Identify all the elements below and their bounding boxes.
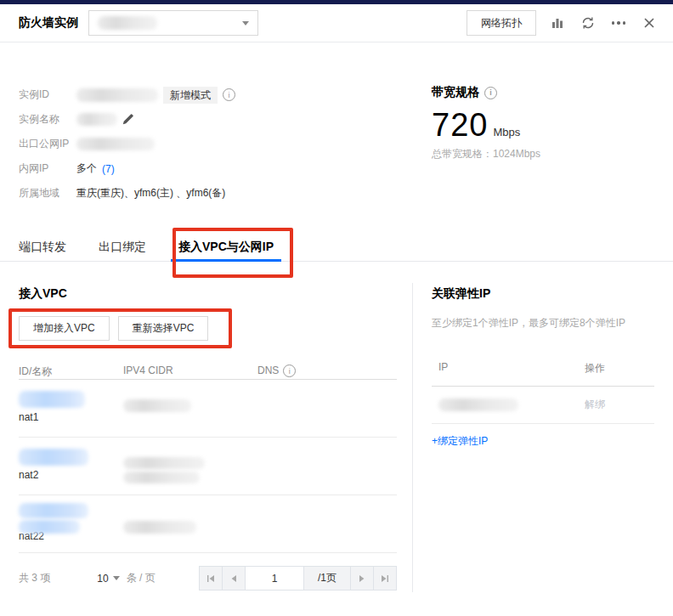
vpc-table-footer: 共 3 项 10 条 / 页 1 /1页 bbox=[19, 566, 397, 591]
tab-label: 端口转发 bbox=[19, 240, 66, 253]
total-count: 共 3 项 bbox=[19, 571, 50, 585]
table-row: nat22 bbox=[19, 495, 397, 553]
bandwidth-total: 总带宽规格：1024Mbps bbox=[432, 147, 540, 161]
private-ip-count-link[interactable]: (7) bbox=[102, 163, 115, 175]
info-icon[interactable]: i bbox=[223, 88, 235, 101]
page-size-value: 10 bbox=[97, 573, 108, 585]
bar-chart-icon[interactable] bbox=[548, 14, 567, 32]
blurred-vpc-id-link[interactable] bbox=[19, 520, 80, 534]
detail-label: 出口公网IP bbox=[19, 137, 76, 151]
prev-page-button[interactable] bbox=[222, 566, 246, 591]
bandwidth-value: 720 bbox=[432, 107, 488, 144]
vpc-table: ID/名称 IPV4 CIDR DNS i nat1 nat2 bbox=[19, 365, 397, 553]
vpc-table-header: ID/名称 IPV4 CIDR DNS i bbox=[19, 365, 397, 380]
table-row: nat2 bbox=[19, 438, 397, 495]
unbind-action[interactable]: 解绑 bbox=[585, 398, 605, 412]
tab-label: 接入VPC与公网IP bbox=[178, 240, 274, 253]
reselect-vpc-button[interactable]: 重新选择VPC bbox=[118, 316, 209, 341]
vpc-name: nat2 bbox=[19, 469, 88, 481]
table-row: nat1 bbox=[19, 380, 397, 438]
detail-row-region: 所属地域 重庆(重庆)、yfm6(主) 、yfm6(备) bbox=[19, 181, 410, 206]
panel-title: 防火墙实例 bbox=[19, 15, 78, 31]
close-icon[interactable] bbox=[640, 14, 659, 32]
blurred-cidr bbox=[123, 399, 191, 412]
detail-label: 内网IP bbox=[19, 161, 76, 176]
column-header-dns: DNS bbox=[257, 365, 279, 376]
add-vpc-button[interactable]: 增加接入VPC bbox=[19, 316, 110, 341]
page-count-label: /1页 bbox=[303, 566, 351, 591]
instance-select-dropdown[interactable] bbox=[88, 10, 258, 36]
column-header-id-name: ID/名称 bbox=[19, 365, 123, 379]
region-value: 重庆(重庆)、yfm6(主) 、yfm6(备) bbox=[76, 186, 225, 201]
detail-row-instance-name: 实例名称 bbox=[19, 107, 410, 132]
network-topology-button[interactable]: 网络拓扑 bbox=[467, 10, 536, 36]
blurred-instance-name bbox=[98, 16, 157, 30]
page-size-selector[interactable]: 10 条 / 页 bbox=[97, 571, 155, 585]
column-header-ip: IP bbox=[432, 361, 585, 386]
eip-hint-text: 至少绑定1个弹性IP，最多可绑定8个弹性IP bbox=[432, 316, 625, 331]
last-page-button[interactable] bbox=[373, 566, 397, 591]
blurred-cidr bbox=[123, 457, 205, 469]
chevron-down-icon bbox=[242, 21, 249, 25]
next-page-button[interactable] bbox=[350, 566, 374, 591]
blurred-cidr bbox=[123, 472, 200, 483]
firewall-instance-panel: 防火墙实例 网络拓扑 bbox=[0, 0, 673, 616]
instance-details: 实例ID 新增模式 i 实例名称 出口公网IP 内网IP bbox=[19, 82, 410, 206]
refresh-icon[interactable] bbox=[579, 14, 597, 32]
info-icon[interactable]: i bbox=[484, 87, 497, 99]
active-tab-underline bbox=[171, 259, 281, 262]
blurred-vpc-id-link[interactable] bbox=[19, 391, 85, 408]
detail-row-instance-id: 实例ID 新增模式 i bbox=[19, 82, 410, 107]
blurred-vpc-id-link[interactable] bbox=[19, 449, 88, 466]
bind-eip-link[interactable]: +绑定弹性IP bbox=[432, 434, 488, 449]
detail-row-public-ip: 出口公网IP bbox=[19, 132, 410, 156]
vertical-divider bbox=[412, 283, 413, 592]
blurred-instance-id bbox=[76, 88, 158, 102]
blurred-instance-name-value bbox=[76, 113, 117, 126]
panel-header: 防火墙实例 网络拓扑 bbox=[0, 4, 673, 42]
edit-pencil-icon[interactable] bbox=[122, 114, 133, 125]
bandwidth-spec: 带宽规格 i 720 Mbps 总带宽规格：1024Mbps bbox=[432, 85, 540, 161]
first-page-button[interactable] bbox=[199, 566, 223, 591]
blurred-eip-address bbox=[438, 398, 518, 411]
info-icon[interactable]: i bbox=[283, 365, 296, 377]
pagination: 1 /1页 bbox=[200, 566, 397, 591]
detail-label: 实例ID bbox=[19, 88, 76, 102]
table-row: 解绑 bbox=[432, 387, 654, 424]
vpc-section-title: 接入VPC bbox=[19, 286, 67, 302]
page-number-input[interactable]: 1 bbox=[245, 566, 304, 591]
tab-bar: 端口转发 出口绑定 接入VPC与公网IP bbox=[0, 235, 673, 262]
tab-port-forwarding[interactable]: 端口转发 bbox=[11, 235, 74, 262]
vpc-buttons: 增加接入VPC 重新选择VPC bbox=[19, 316, 208, 341]
blurred-cidr bbox=[123, 521, 196, 534]
more-options-icon[interactable] bbox=[609, 14, 628, 32]
bandwidth-unit: Mbps bbox=[493, 126, 520, 138]
eip-table: IP 操作 解绑 bbox=[432, 361, 654, 424]
detail-row-private-ip: 内网IP 多个 (7) bbox=[19, 156, 410, 181]
column-header-action: 操作 bbox=[585, 361, 654, 386]
blurred-vpc-id-link[interactable] bbox=[19, 503, 88, 518]
eip-section-title: 关联弹性IP bbox=[432, 286, 490, 302]
column-header-ipv4-cidr: IPV4 CIDR bbox=[123, 365, 257, 379]
mode-badge: 新增模式 bbox=[163, 87, 218, 104]
bandwidth-title: 带宽规格 bbox=[432, 85, 479, 100]
detail-label: 所属地域 bbox=[19, 186, 76, 201]
vpc-name: nat1 bbox=[19, 411, 85, 423]
tab-label: 出口绑定 bbox=[99, 240, 146, 253]
eip-table-header: IP 操作 bbox=[432, 361, 654, 387]
page-size-unit: 条 / 页 bbox=[127, 571, 156, 585]
chevron-down-icon bbox=[113, 576, 120, 580]
blurred-public-ip bbox=[76, 138, 155, 150]
private-ip-value: 多个 bbox=[76, 161, 97, 176]
detail-label: 实例名称 bbox=[19, 112, 76, 127]
tab-egress-binding[interactable]: 出口绑定 bbox=[91, 235, 154, 262]
header-actions: 网络拓扑 bbox=[467, 10, 659, 36]
tab-vpc-and-public-ip[interactable]: 接入VPC与公网IP bbox=[171, 235, 281, 262]
